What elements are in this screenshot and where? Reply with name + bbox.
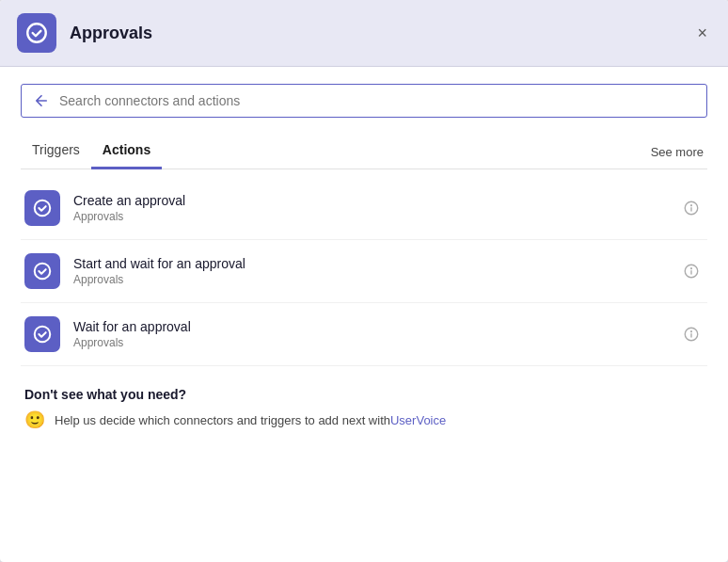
action-sub-wait: Approvals xyxy=(73,336,679,349)
action-text-start-wait: Start and wait for an approval Approvals xyxy=(73,256,679,286)
action-sub-start-wait: Approvals xyxy=(73,273,679,286)
footer-section: Don't see what you need? 🙂 Help us decid… xyxy=(21,387,707,430)
approvals-panel: Approvals × Triggers Actions See more xyxy=(0,0,728,562)
approvals-logo xyxy=(17,13,56,53)
action-sub-create: Approvals xyxy=(73,210,679,223)
back-button[interactable] xyxy=(33,92,50,109)
action-text-create: Create an approval Approvals xyxy=(73,193,679,223)
action-icon-wait xyxy=(24,316,60,352)
info-button-start-wait[interactable] xyxy=(679,259,704,283)
action-title-wait: Wait for an approval xyxy=(73,319,679,334)
approvals-icon xyxy=(24,21,49,45)
see-more-button[interactable]: See more xyxy=(647,137,707,167)
close-button[interactable]: × xyxy=(693,20,711,47)
action-title-create: Create an approval xyxy=(73,193,679,208)
footer-heading: Don't see what you need? xyxy=(24,387,704,402)
action-list: Create an approval Approvals xyxy=(21,177,707,366)
tabs-row: Triggers Actions See more xyxy=(21,135,707,169)
action-icon-create xyxy=(24,190,60,226)
search-bar xyxy=(21,84,707,118)
panel-header: Approvals × xyxy=(0,0,728,67)
panel-body: Triggers Actions See more Create an appr… xyxy=(0,67,728,562)
info-button-create[interactable] xyxy=(679,196,704,220)
action-item-start-wait[interactable]: Start and wait for an approval Approvals xyxy=(21,240,707,303)
search-input[interactable] xyxy=(59,93,695,108)
footer-body: 🙂 Help us decide which connectors and tr… xyxy=(24,409,704,430)
action-title-start-wait: Start and wait for an approval xyxy=(73,256,679,271)
panel-title: Approvals xyxy=(70,24,693,43)
action-item-create[interactable]: Create an approval Approvals xyxy=(21,177,707,240)
footer-text: Help us decide which connectors and trig… xyxy=(55,413,390,427)
tab-actions[interactable]: Actions xyxy=(91,135,162,169)
uservoice-link[interactable]: UserVoice xyxy=(390,413,446,427)
action-icon-start-wait xyxy=(24,253,60,289)
tab-triggers[interactable]: Triggers xyxy=(21,135,91,169)
action-item-wait[interactable]: Wait for an approval Approvals xyxy=(21,303,707,366)
action-text-wait: Wait for an approval Approvals xyxy=(73,319,679,349)
smiley-icon: 🙂 xyxy=(24,409,45,430)
info-button-wait[interactable] xyxy=(679,322,704,346)
